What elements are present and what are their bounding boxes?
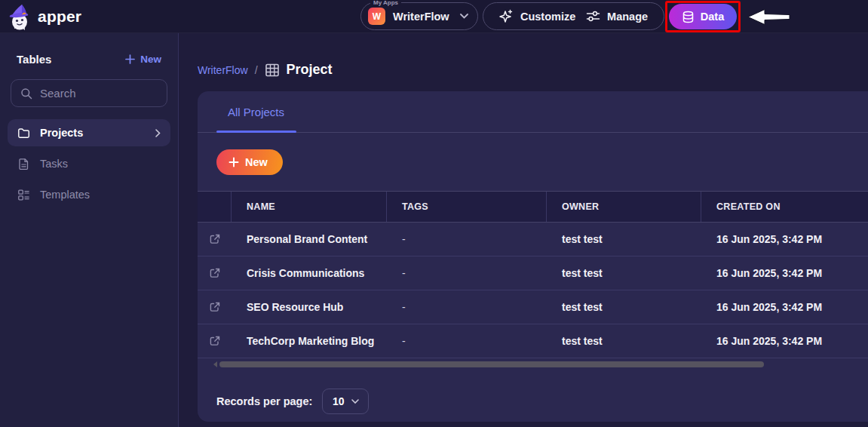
manage-label: Manage: [607, 11, 648, 23]
sidebar-item-projects[interactable]: Projects: [8, 119, 170, 146]
app-switcher[interactable]: My Apps W WriterFlow: [360, 2, 478, 30]
table-search: [11, 79, 167, 107]
open-record-icon[interactable]: [209, 233, 221, 245]
cell-created-on: 16 Jun 2025, 3:42 PM: [716, 335, 822, 347]
sidebar: Tables New Projects: [0, 33, 179, 427]
cell-tags: -: [402, 267, 406, 279]
annotation-highlight-box: Data: [665, 1, 741, 32]
search-icon: [20, 88, 32, 100]
database-icon: [682, 11, 695, 23]
chevron-down-icon: [460, 14, 468, 19]
cell-owner: test test: [562, 301, 603, 313]
my-apps-label: My Apps: [370, 0, 401, 6]
data-button[interactable]: Data: [669, 4, 737, 29]
open-record-icon[interactable]: [209, 301, 221, 313]
sidebar-nav: Projects Tasks: [8, 119, 170, 208]
records-per-page-label: Records per page:: [216, 395, 312, 407]
table-row[interactable]: Personal Brand Content - test test 16 Ju…: [198, 223, 868, 257]
cell-name: Crisis Communications: [247, 267, 364, 279]
table-header-row: NAME TAGS OWNER CREATED ON: [198, 191, 868, 223]
cell-owner: test test: [562, 335, 603, 347]
breadcrumb: WriterFlow / Project: [198, 62, 333, 78]
sidebar-item-label: Tasks: [40, 158, 161, 170]
table-row[interactable]: TechCorp Marketing Blog - test test 16 J…: [198, 324, 868, 358]
sidebar-item-templates[interactable]: Templates: [8, 181, 170, 208]
template-icon: [17, 189, 30, 201]
sidebar-item-label: Projects: [40, 127, 146, 139]
records-per-page-value: 10: [333, 395, 345, 407]
table-row[interactable]: SEO Resource Hub - test test 16 Jun 2025…: [198, 290, 868, 324]
annotation-arrow-left-icon: [747, 8, 792, 26]
cell-created-on: 16 Jun 2025, 3:42 PM: [716, 233, 822, 245]
sparkles-icon: [499, 9, 514, 23]
table-grid-icon: [265, 63, 280, 78]
scrollbar-thumb[interactable]: [219, 361, 764, 367]
column-header-created-on[interactable]: CREATED ON: [716, 201, 781, 212]
data-label: Data: [701, 11, 724, 23]
new-table-label: New: [140, 54, 161, 65]
page-title: Project: [287, 62, 333, 78]
column-header-name[interactable]: NAME: [247, 201, 275, 212]
cell-owner: test test: [562, 267, 603, 279]
table-row[interactable]: Crisis Communications - test test 16 Jun…: [198, 257, 868, 290]
customize-label: Customize: [520, 11, 575, 23]
cell-tags: -: [402, 301, 406, 313]
topbar: apper My Apps W WriterFlow Customize: [0, 0, 868, 33]
plus-icon: [125, 54, 135, 64]
tab-bar: All Projects: [198, 91, 868, 133]
cell-name: SEO Resource Hub: [247, 301, 343, 313]
manage-button[interactable]: Manage: [586, 9, 648, 23]
records-per-page-select[interactable]: 10: [322, 389, 369, 414]
folder-icon: [17, 127, 30, 140]
sidebar-item-label: Templates: [40, 189, 161, 201]
column-header-owner[interactable]: OWNER: [562, 201, 599, 212]
plus-icon: [229, 157, 239, 167]
active-tab-indicator: [216, 131, 296, 133]
column-header-tags[interactable]: TAGS: [402, 201, 428, 212]
new-record-button[interactable]: New: [216, 149, 283, 175]
data-card: All Projects New NAME TAGS OWNER CREATED…: [198, 91, 868, 422]
breadcrumb-app-link[interactable]: WriterFlow: [198, 64, 248, 76]
app-initial-badge: W: [368, 8, 385, 25]
tab-all-projects[interactable]: All Projects: [228, 91, 284, 133]
breadcrumb-separator: /: [255, 64, 258, 76]
chevron-right-icon: [155, 129, 161, 137]
sliders-icon: [586, 9, 600, 23]
cell-tags: -: [402, 233, 406, 245]
logo-text: apper: [38, 8, 81, 26]
scroll-left-icon[interactable]: [213, 361, 217, 367]
new-record-label: New: [245, 156, 268, 168]
sidebar-title: Tables: [17, 53, 51, 66]
cell-created-on: 16 Jun 2025, 3:42 PM: [716, 267, 822, 279]
search-input[interactable]: [40, 87, 158, 100]
cell-name: TechCorp Marketing Blog: [247, 335, 374, 347]
open-record-icon[interactable]: [209, 267, 221, 279]
wizard-logo-icon: [6, 2, 35, 31]
horizontal-scrollbar: [213, 361, 868, 368]
document-icon: [17, 158, 30, 170]
open-record-icon[interactable]: [209, 335, 221, 347]
chevron-down-icon: [351, 399, 359, 404]
app-logo[interactable]: apper: [6, 2, 81, 31]
sidebar-item-tasks[interactable]: Tasks: [8, 150, 170, 177]
cell-tags: -: [402, 335, 406, 347]
customize-button[interactable]: Customize: [499, 9, 575, 23]
current-app-name: WriterFlow: [393, 11, 452, 23]
new-table-button[interactable]: New: [125, 54, 161, 65]
pagination: Records per page: 10: [216, 389, 868, 414]
mode-switcher: Customize Manage: [483, 2, 664, 30]
cell-owner: test test: [562, 233, 603, 245]
records-table: NAME TAGS OWNER CREATED ON Personal Bran…: [198, 191, 868, 358]
cell-created-on: 16 Jun 2025, 3:42 PM: [716, 301, 822, 313]
cell-name: Personal Brand Content: [247, 233, 367, 245]
